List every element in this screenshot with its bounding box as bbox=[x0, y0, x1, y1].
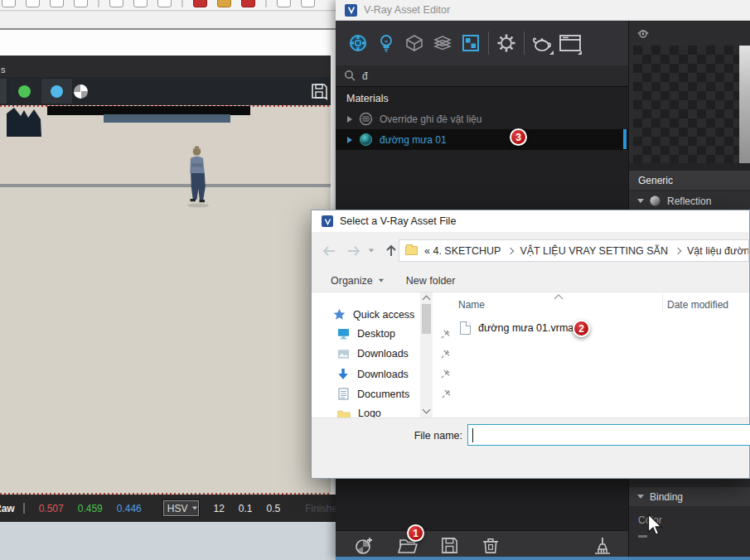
toolbar-separator bbox=[265, 0, 267, 7]
dialog-navigation-bar: « 4. SKETCHUP VẬT LIỆU VRAY SETTING SẴN … bbox=[312, 232, 749, 269]
file-name-input[interactable] bbox=[467, 424, 750, 446]
toolbar-icon[interactable] bbox=[109, 0, 123, 7]
folder-icon bbox=[337, 408, 351, 418]
expander-arrow-icon[interactable] bbox=[347, 137, 352, 143]
dialog-body: Quick access Desktop Downloads bbox=[312, 292, 749, 418]
sidebar-item-logo[interactable]: Logo bbox=[337, 408, 428, 418]
panel-divider[interactable] bbox=[629, 163, 750, 171]
organize-menu[interactable]: Organize bbox=[331, 275, 373, 287]
file-list-row[interactable]: đường mưa 01.vrmat 10/03/2016 12:21 bbox=[438, 318, 749, 338]
sketchup-toolbar-strip bbox=[0, 0, 336, 11]
sidebar-item-quick-access[interactable]: Quick access bbox=[333, 308, 414, 321]
breadcrumb-segment[interactable]: Vật liệu đường mưa 01 bbox=[687, 245, 749, 257]
vfb-save-icon[interactable] bbox=[309, 81, 329, 101]
recent-locations-chevron-icon[interactable] bbox=[369, 249, 374, 253]
sidebar-scrollbar[interactable] bbox=[420, 292, 433, 418]
quick-access-star-icon bbox=[333, 308, 346, 321]
file-name-input-field[interactable] bbox=[468, 425, 750, 445]
toolbar-icon[interactable] bbox=[74, 0, 88, 7]
file-open-dialog: Select a V-Ray Asset File « 4. SKETCHUP … bbox=[311, 210, 750, 479]
sidebar-item-label: Quick access bbox=[353, 309, 414, 321]
up-arrow-icon[interactable] bbox=[385, 244, 398, 257]
preview-orbit-icon[interactable] bbox=[636, 28, 650, 40]
breadcrumb-segment[interactable]: « 4. SKETCHUP bbox=[424, 245, 501, 257]
new-folder-button[interactable]: New folder bbox=[406, 275, 456, 287]
sketchup-lower-area bbox=[0, 522, 336, 560]
toolbar-icon-gold[interactable] bbox=[217, 0, 231, 7]
sidebar-item-label: Logo bbox=[358, 408, 381, 418]
pixel-value-b: 0.446 bbox=[117, 503, 142, 514]
scroll-down-icon[interactable] bbox=[423, 406, 431, 414]
vray-editor-titlebar[interactable]: V-Ray Asset Editor bbox=[336, 0, 750, 21]
text-caret bbox=[472, 428, 473, 442]
annotation-badge-3: 3 bbox=[510, 128, 527, 146]
expander-arrow-icon[interactable] bbox=[347, 116, 352, 123]
toolbar-icon[interactable] bbox=[133, 0, 148, 7]
forward-arrow-icon[interactable] bbox=[346, 245, 361, 257]
column-header-date[interactable]: Date modified bbox=[667, 299, 728, 311]
sidebar-item-downloads-pinned[interactable]: Downloads bbox=[337, 348, 428, 360]
materials-tab-icon[interactable] bbox=[344, 29, 372, 57]
frame-buffer-window-icon[interactable] bbox=[556, 29, 584, 57]
material-item-selected[interactable]: đường mưa 01 bbox=[336, 129, 628, 150]
generic-section-header[interactable]: Generic bbox=[629, 171, 750, 190]
vfb-blue-channel-button[interactable] bbox=[41, 79, 72, 104]
textures-tab-icon[interactable] bbox=[457, 29, 485, 57]
render-teapot-icon[interactable] bbox=[528, 29, 556, 57]
delete-asset-icon[interactable] bbox=[481, 536, 500, 555]
toolbar-icon[interactable] bbox=[277, 0, 291, 7]
materials-scrollbar-thumb[interactable] bbox=[623, 129, 627, 149]
geometry-tab-icon[interactable] bbox=[400, 29, 428, 57]
breadcrumb-segment[interactable]: VẬT LIỆU VRAY SETTING SẴN bbox=[520, 245, 668, 257]
toolbar-icon-red[interactable] bbox=[193, 0, 207, 7]
collapse-arrow-icon bbox=[637, 199, 644, 203]
column-header-name[interactable]: Name bbox=[458, 299, 485, 311]
add-asset-icon[interactable] bbox=[354, 536, 374, 556]
download-arrow-icon bbox=[337, 368, 349, 380]
binding-section-label: Binding bbox=[650, 491, 683, 503]
alpha-checker-icon[interactable] bbox=[74, 84, 88, 99]
vray-editor-title: V-Ray Asset Editor bbox=[364, 4, 450, 16]
material-preview-checker[interactable] bbox=[633, 46, 739, 163]
lights-tab-icon[interactable] bbox=[372, 29, 400, 57]
back-arrow-icon[interactable] bbox=[322, 245, 336, 257]
toolbar-icon[interactable] bbox=[2, 0, 16, 7]
render-ground bbox=[0, 187, 331, 495]
sidebar-item-desktop[interactable]: Desktop bbox=[337, 328, 428, 340]
chevron-down-icon bbox=[379, 279, 384, 282]
reflection-section-header[interactable]: Reflection bbox=[629, 191, 750, 210]
material-item-override[interactable]: Override ghi đè vật liệu bbox=[336, 109, 628, 129]
screen: s bbox=[0, 0, 750, 560]
toolbar-icon[interactable] bbox=[301, 0, 315, 7]
vfb-icon-bar bbox=[0, 77, 331, 105]
scrollbar-thumb[interactable] bbox=[422, 304, 431, 334]
sidebar-item-label: Downloads bbox=[357, 369, 409, 380]
preview-slider-strip[interactable] bbox=[739, 46, 750, 163]
color-mode-dropdown[interactable]: HSV bbox=[163, 500, 200, 516]
save-asset-icon[interactable] bbox=[440, 536, 459, 555]
vfb-button-partial[interactable] bbox=[0, 79, 7, 104]
scroll-up-icon[interactable] bbox=[423, 296, 431, 304]
render-viewport[interactable] bbox=[0, 105, 331, 495]
override-material-icon bbox=[359, 112, 373, 126]
settings-gear-icon[interactable] bbox=[492, 29, 520, 57]
toolbar-icon-red[interactable] bbox=[241, 0, 255, 7]
file-list-header: Name Date modified bbox=[438, 292, 749, 313]
toolbar-icon[interactable] bbox=[50, 0, 64, 7]
vfb-tab-label[interactable]: s bbox=[1, 65, 6, 75]
binding-section-header[interactable]: Binding bbox=[629, 487, 750, 506]
asset-editor-bottom-toolbar bbox=[336, 530, 628, 560]
sidebar-item-documents[interactable]: Documents bbox=[338, 388, 429, 400]
pixel-value-h: 12 bbox=[213, 503, 224, 514]
purge-broom-icon[interactable] bbox=[593, 536, 612, 556]
toolbar-icon[interactable] bbox=[157, 0, 172, 7]
sidebar-item-downloads[interactable]: Downloads bbox=[337, 368, 428, 380]
pixel-value-g: 0.459 bbox=[78, 503, 103, 514]
toolbar-icon[interactable] bbox=[26, 0, 40, 7]
blue-channel-icon bbox=[51, 85, 63, 98]
vfb-rgb-channel-button[interactable] bbox=[9, 79, 40, 104]
column-divider[interactable] bbox=[662, 294, 663, 312]
layers-tab-icon[interactable] bbox=[428, 29, 457, 57]
address-bar[interactable]: « 4. SKETCHUP VẬT LIỆU VRAY SETTING SẴN … bbox=[399, 239, 749, 262]
dialog-titlebar[interactable]: Select a V-Ray Asset File bbox=[312, 210, 749, 232]
